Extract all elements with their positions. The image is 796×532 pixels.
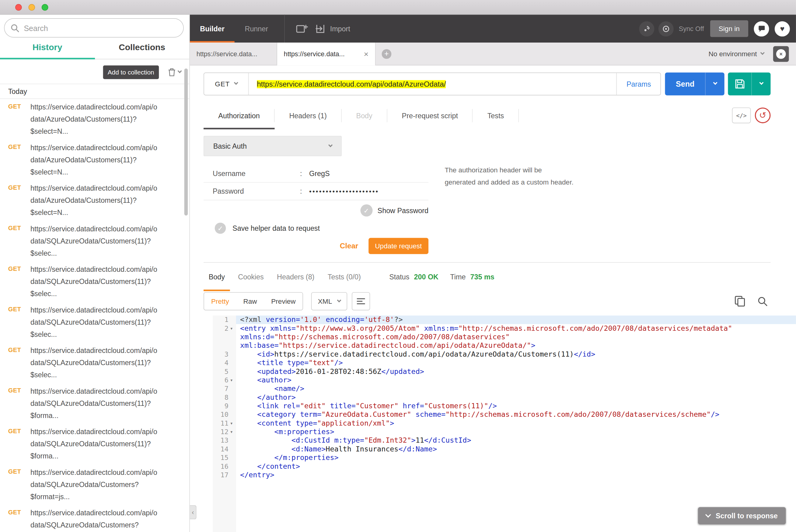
history-item[interactable]: GET https://service.datadirectcloud.com/…: [0, 99, 189, 139]
save-options-button[interactable]: [751, 73, 771, 95]
send-button[interactable]: Send: [665, 73, 724, 95]
username-field[interactable]: GregS: [309, 169, 330, 177]
chat-bubble-icon: [758, 25, 765, 32]
main-panel: Builder Runner Import: [190, 15, 796, 532]
code-line: 14 ▾ <d:Name>Health Insurances</d:Name>: [213, 445, 796, 453]
save-helper-toggle[interactable]: ✓ Save helper data to request: [215, 223, 429, 234]
history-item[interactable]: GET https://service.datadirectcloud.com/…: [0, 464, 189, 504]
method-select[interactable]: GET: [204, 73, 249, 95]
line-gutter: 4 ▾: [213, 358, 236, 367]
history-item-method: GET: [8, 466, 31, 502]
view-mode-button[interactable]: Pretty: [204, 293, 236, 310]
line-number: 5: [217, 367, 229, 376]
search-input[interactable]: Search: [4, 18, 184, 37]
show-password-check-icon[interactable]: ✓: [360, 204, 373, 216]
line-gutter: 1 ▾: [213, 316, 236, 324]
tab-collections[interactable]: Collections: [95, 42, 189, 59]
history-item-url: https://service.datadirectcloud.com/api/…: [31, 141, 185, 178]
password-field[interactable]: •••••••••••••••••••••: [309, 187, 379, 195]
history-item[interactable]: GET https://service.datadirectcloud.com/…: [0, 139, 189, 180]
response-tab[interactable]: Headers (8): [272, 263, 320, 291]
add-to-collection-button[interactable]: Add to collection: [103, 65, 159, 79]
revert-button[interactable]: ↺: [755, 108, 771, 124]
url-text: https://service.datadirectcloud.com/api/…: [257, 80, 446, 88]
tab-runner[interactable]: Runner: [235, 15, 278, 42]
heart-button[interactable]: ♥: [775, 21, 790, 36]
history-item[interactable]: GET https://service.datadirectcloud.com/…: [0, 383, 189, 423]
save-helper-check-icon[interactable]: ✓: [215, 223, 226, 234]
update-request-button[interactable]: Update request: [368, 238, 429, 254]
history-item-url: https://service.datadirectcloud.com/api/…: [31, 466, 185, 502]
new-tab-button[interactable]: [296, 24, 308, 34]
close-window-button[interactable]: [15, 4, 22, 11]
fold-arrow-icon[interactable]: ▾: [229, 376, 235, 384]
generate-code-button[interactable]: </>: [732, 108, 751, 124]
history-item[interactable]: GET https://service.datadirectcloud.com/…: [0, 221, 189, 261]
interceptor-button[interactable]: [639, 21, 654, 36]
request-editor-tab[interactable]: Authorization: [203, 101, 274, 130]
response-body-editor[interactable]: 1 ▾ <?xml version='1.0' encoding='utf-8'…: [213, 316, 796, 532]
close-tab-icon[interactable]: ×: [364, 50, 369, 58]
tab-history[interactable]: History: [0, 42, 95, 59]
show-password-toggle[interactable]: ✓ Show Password: [203, 204, 429, 216]
code-text: <d:CustId m:type="Edm.Int32">11</d:CustI…: [236, 436, 796, 445]
history-item[interactable]: GET https://service.datadirectcloud.com/…: [0, 261, 189, 302]
import-button[interactable]: Import: [315, 24, 350, 34]
open-new-tab-button[interactable]: +: [382, 49, 392, 59]
fold-arrow-icon[interactable]: ▾: [229, 419, 235, 428]
request-editor-tabs: Authorization Headers (1) Body Pre-reque…: [203, 101, 771, 130]
send-options-button[interactable]: [705, 73, 724, 95]
code-line: 3 ▾ <id>https://service.datadirectcloud.…: [213, 350, 796, 358]
params-button[interactable]: Params: [616, 73, 661, 95]
code-line: 2 ▾ <entry xmlns="http://www.w3.org/2005…: [213, 324, 796, 350]
sign-in-button[interactable]: Sign in: [710, 20, 748, 37]
clear-history-control[interactable]: [168, 68, 181, 77]
request-editor-tab[interactable]: Tests: [473, 101, 519, 130]
request-editor-tab[interactable]: Body: [341, 101, 387, 130]
view-mode-button[interactable]: Raw: [236, 293, 264, 310]
environment-quicklook-button[interactable]: ×: [773, 46, 789, 62]
request-tab-2-active[interactable]: https://service.data... ×: [277, 42, 376, 65]
copy-icon[interactable]: [735, 296, 745, 307]
response-tab[interactable]: Cookies: [233, 263, 269, 291]
minimize-window-button[interactable]: [28, 4, 35, 11]
wrap-lines-button[interactable]: [352, 292, 370, 310]
sync-button[interactable]: [658, 21, 674, 36]
history-item[interactable]: GET https://service.datadirectcloud.com/…: [0, 302, 189, 342]
request-editor-tab[interactable]: Headers (1): [274, 101, 341, 130]
sync-status-label: Sync Off: [679, 25, 704, 33]
line-gutter: 17 ▾: [213, 471, 236, 479]
view-mode-button[interactable]: Preview: [264, 293, 303, 310]
history-item[interactable]: GET https://service.datadirectcloud.com/…: [0, 505, 189, 532]
line-number: 9: [217, 402, 229, 410]
zoom-window-button[interactable]: [42, 4, 48, 11]
environment-select[interactable]: No environment: [708, 50, 757, 57]
auth-helper-note: The authorization header will be generat…: [445, 136, 573, 254]
clear-button[interactable]: Clear: [340, 242, 359, 250]
save-button[interactable]: [728, 73, 771, 95]
format-select[interactable]: XML: [311, 292, 347, 310]
sidebar-scrollbar[interactable]: [184, 69, 188, 215]
request-tab-1[interactable]: https://service.data...: [190, 42, 277, 65]
request-editor-tab[interactable]: Pre-request script: [387, 101, 473, 130]
sidebar-collapse-button[interactable]: ‹: [190, 505, 197, 519]
history-section-today: Today: [0, 83, 189, 99]
line-gutter: 13 ▾: [213, 436, 236, 445]
app-header: Builder Runner Import: [190, 15, 796, 42]
url-input[interactable]: https://service.datadirectcloud.com/api/…: [249, 73, 616, 95]
auth-type-select[interactable]: Basic Auth: [203, 136, 342, 156]
history-item-url: https://service.datadirectcloud.com/api/…: [31, 385, 185, 421]
tab-builder[interactable]: Builder: [190, 15, 235, 42]
history-item[interactable]: GET https://service.datadirectcloud.com/…: [0, 342, 189, 383]
search-response-icon[interactable]: [757, 296, 767, 306]
fold-arrow-icon[interactable]: ▾: [229, 324, 235, 350]
history-item-method: GET: [8, 182, 31, 218]
scroll-to-response-button[interactable]: Scroll to response: [698, 507, 786, 525]
help-button[interactable]: [754, 21, 769, 36]
response-tab[interactable]: Tests (0/0): [323, 263, 366, 291]
history-item[interactable]: GET https://service.datadirectcloud.com/…: [0, 423, 189, 464]
response-tab[interactable]: Body: [203, 263, 230, 291]
fold-arrow-icon[interactable]: ▾: [229, 428, 235, 436]
history-item[interactable]: GET https://service.datadirectcloud.com/…: [0, 180, 189, 221]
code-text: <name/>: [236, 384, 796, 393]
